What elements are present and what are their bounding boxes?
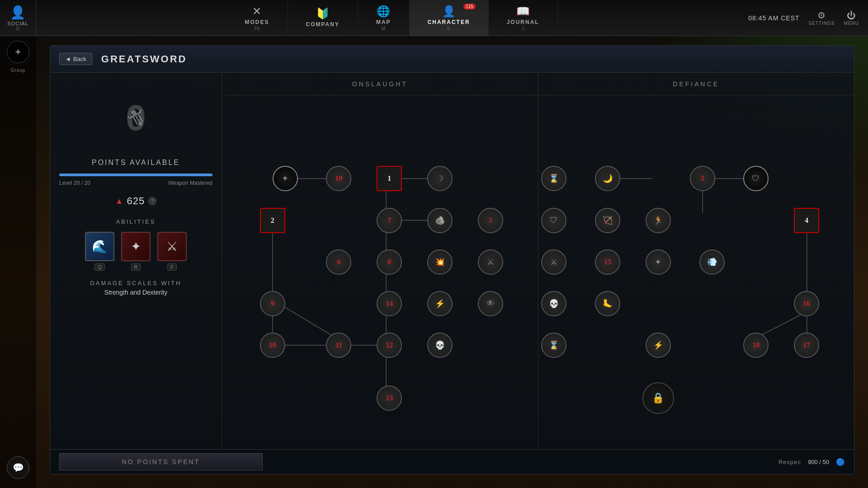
xp-help-button[interactable]: ? <box>148 197 156 205</box>
ability-card-r: ✦ R <box>121 232 151 271</box>
map-key: M <box>382 26 385 31</box>
skill-node-defiance-lightning[interactable]: ⚡ <box>646 333 671 358</box>
nav-items: ✕ MODES F4 🔰 COMPANY 🌐 MAP M 115 👤 CHARA… <box>36 0 748 36</box>
ability-key-r: R <box>131 263 141 271</box>
level-current: Level 20 / 20 <box>59 180 90 186</box>
skill-node-defiance-skull[interactable]: 💀 <box>541 291 566 316</box>
skill-node-defiance-arrow[interactable]: 🏹 <box>595 208 620 233</box>
points-available-label: POINTS AVAILABLE <box>92 159 180 167</box>
company-icon: 🔰 <box>316 7 330 20</box>
group-label: Group <box>11 68 26 73</box>
skill-node-5[interactable]: 5 <box>478 208 503 233</box>
skill-node-19[interactable]: 19 <box>326 166 351 191</box>
menu-button[interactable]: ⏻ MENU <box>844 10 859 26</box>
skill-node-defiance-hourglass2[interactable]: ⌛ <box>541 333 566 358</box>
skill-node-onslaught-mid[interactable]: 💥 <box>427 249 453 275</box>
nav-right: 08:45 AM CEST ⚙ SETTINGS ⏻ MENU <box>748 10 868 26</box>
defiance-connections <box>538 95 854 474</box>
skill-node-defiance-dodge[interactable]: 💨 <box>699 249 725 275</box>
skill-node-onslaught-top1[interactable]: ✦ <box>273 166 298 191</box>
skill-node-onslaught-slash[interactable]: ⚡ <box>427 291 453 316</box>
ability-icon-r[interactable]: ✦ <box>121 232 151 261</box>
skill-node-defiance-locked[interactable]: 🔒 <box>642 382 674 414</box>
skill-node-defiance-boot[interactable]: 🦶 <box>595 291 620 316</box>
skill-node-12[interactable]: 12 <box>377 333 402 358</box>
skill-node-9[interactable]: 9 <box>260 291 285 316</box>
character-label: CHARACTER <box>428 19 470 25</box>
skill-node-defiance-shield[interactable]: 🛡 <box>743 166 769 191</box>
nav-item-modes[interactable]: ✕ MODES F4 <box>226 0 288 36</box>
skill-node-defiance-combat[interactable]: ⚔ <box>541 249 566 275</box>
skill-node-14[interactable]: 14 <box>377 291 402 316</box>
nav-item-company[interactable]: 🔰 COMPANY <box>288 0 358 36</box>
nav-item-character[interactable]: 115 👤 CHARACTER K <box>410 0 489 36</box>
ability-icon-q[interactable]: 🌊 <box>85 232 114 261</box>
company-label: COMPANY <box>306 21 340 28</box>
back-chevron-icon: ◄ <box>65 56 71 62</box>
level-info: Level 20 / 20 Weapon Mastered <box>59 180 212 186</box>
journal-key: J <box>522 26 524 31</box>
social-nav-item[interactable]: 👤 SOCIAL O <box>0 0 36 36</box>
nav-item-map[interactable]: 🌐 MAP M <box>358 0 410 36</box>
skill-node-17[interactable]: 17 <box>794 333 819 358</box>
left-sidebar: + Group 💬 <box>0 36 36 488</box>
skill-node-18[interactable]: 18 <box>743 333 769 358</box>
back-label: Back <box>73 56 86 62</box>
social-icon: 👤 <box>10 5 26 20</box>
skill-node-onslaught-sword[interactable]: ⚔ <box>478 249 503 275</box>
xp-triangle-icon: ▲ <box>115 197 123 206</box>
ability-icon-f[interactable]: ⚔ <box>157 232 187 261</box>
skill-node-13[interactable]: 13 <box>377 385 402 411</box>
ability-card-f: ⚔ F <box>157 232 187 271</box>
skill-node-10[interactable]: 10 <box>260 333 285 358</box>
panel-title: GREATSWORD <box>101 53 187 65</box>
settings-label: SETTINGS <box>809 21 835 26</box>
bottom-bar: NO POINTS SPENT Respec 900 / 50 🔵 <box>222 449 854 474</box>
skill-node-3[interactable]: 3 <box>690 166 715 191</box>
svg-line-9 <box>279 304 336 338</box>
menu-icon: ⏻ <box>847 10 856 21</box>
settings-icon: ⚙ <box>817 10 826 21</box>
skill-node-16[interactable]: 16 <box>794 291 819 316</box>
skill-node-defiance-hourglass[interactable]: ⌛ <box>541 166 566 191</box>
skill-node-7[interactable]: 7 <box>377 208 402 233</box>
time-display: 08:45 AM CEST <box>748 14 799 22</box>
damage-value: Strength and Dexterity <box>59 289 212 296</box>
map-icon: 🌐 <box>377 5 390 18</box>
panel-header: ◄ Back GREATSWORD <box>50 46 854 73</box>
skill-node-onslaught-top-right[interactable]: ☽ <box>427 166 453 191</box>
skill-node-defiance-run[interactable]: 🏃 <box>646 208 671 233</box>
skill-node-defiance-shield2[interactable]: 🛡 <box>541 208 566 233</box>
skill-node-onslaught-ghost[interactable]: 💀 <box>427 333 453 358</box>
no-points-spent-button[interactable]: NO POINTS SPENT <box>222 453 263 470</box>
skill-node-6[interactable]: 6 <box>326 249 351 275</box>
skill-node-onslaught-rock[interactable]: 🪨 <box>427 208 453 233</box>
skill-node-defiance-star[interactable]: ✦ <box>646 249 671 275</box>
damage-scales-label: DAMAGE SCALES WITH <box>59 280 212 286</box>
respec-area: Respec 900 / 50 🔵 <box>778 458 845 466</box>
character-key: K <box>447 26 450 31</box>
skill-node-4[interactable]: 4 <box>794 208 819 233</box>
chat-icon: 💬 <box>13 462 24 473</box>
defiance-header: DEFIANCE <box>538 73 854 95</box>
skill-node-defiance-moon[interactable]: 🌙 <box>595 166 620 191</box>
back-button[interactable]: ◄ Back <box>59 53 92 65</box>
modes-icon: ✕ <box>252 5 261 18</box>
skill-node-15[interactable]: 15 <box>595 249 620 275</box>
skill-node-2[interactable]: 2 <box>260 208 285 233</box>
skill-node-8[interactable]: 8 <box>377 249 402 275</box>
ability-key-q: Q <box>94 263 105 271</box>
skill-node-1[interactable]: 1 <box>377 166 402 191</box>
xp-value: 625 <box>127 195 145 207</box>
skill-node-11[interactable]: 11 <box>326 333 351 358</box>
group-add-button[interactable]: + <box>7 41 29 63</box>
sword-icon: 🗡 <box>119 101 152 135</box>
skill-node-onslaught-bottom-icon[interactable]: 👁 <box>478 291 503 316</box>
chat-button[interactable]: 💬 <box>7 456 29 479</box>
respec-label: Respec <box>778 459 801 465</box>
character-badge: 115 <box>463 4 476 9</box>
settings-button[interactable]: ⚙ SETTINGS <box>809 10 835 26</box>
ability-key-f: F <box>167 263 177 271</box>
journal-icon: 📖 <box>516 5 530 18</box>
nav-item-journal[interactable]: 📖 JOURNAL J <box>489 0 558 36</box>
